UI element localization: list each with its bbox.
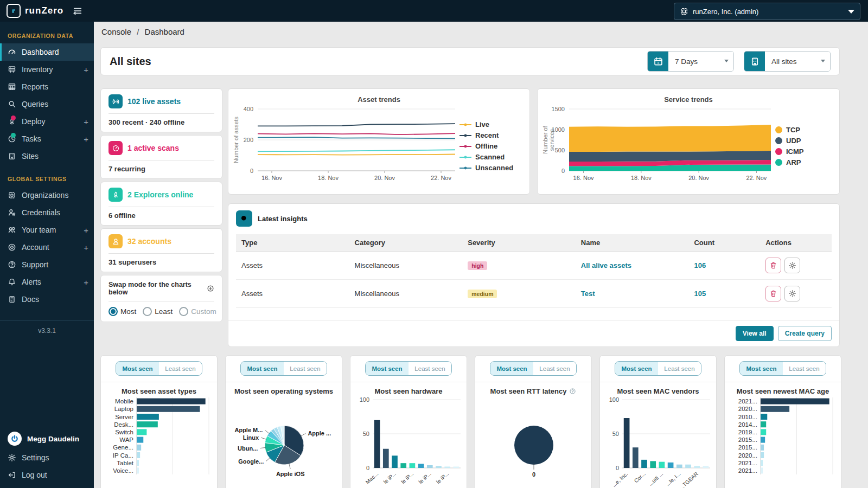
insight-count-link[interactable]: 106 — [694, 261, 706, 269]
svg-text:200: 200 — [244, 137, 253, 143]
stat-card-link[interactable]: 32 accounts — [127, 237, 171, 246]
radio-custom[interactable]: Custom — [179, 307, 216, 316]
stat-card-link[interactable]: 1 active scans — [127, 144, 179, 152]
tab-most-seen[interactable]: Most seen — [740, 362, 783, 375]
svg-text:2014...: 2014... — [738, 421, 757, 428]
tab-least-seen[interactable]: Least seen — [159, 362, 202, 375]
tab-most-seen[interactable]: Most seen — [241, 362, 284, 375]
insight-name-link[interactable]: All alive assets — [581, 261, 631, 269]
tab-most-seen[interactable]: Most seen — [116, 362, 159, 375]
radio-most[interactable]: Most — [108, 307, 136, 316]
create-query-button[interactable]: Create query — [778, 326, 832, 341]
plus-icon[interactable]: + — [84, 243, 88, 252]
legend-marker — [775, 159, 782, 166]
svg-text:100: 100 — [360, 396, 369, 403]
sidebar-item-docs[interactable]: Docs — [0, 291, 94, 308]
calendar-button[interactable] — [648, 52, 668, 71]
reports-icon — [8, 82, 16, 91]
tab-most-seen[interactable]: Most seen — [490, 362, 533, 375]
sidebar-item-organizations[interactable]: Organizations — [0, 187, 94, 204]
breadcrumb-dashboard[interactable]: Dashboard — [145, 27, 184, 36]
seen-tabs: Most seenLeast seen — [116, 361, 202, 376]
sidebar-item-logout[interactable]: Log out — [0, 466, 94, 484]
svg-text:Mobile: Mobile — [115, 398, 133, 404]
svg-text:Linux: Linux — [243, 434, 259, 441]
radio-most-input[interactable] — [108, 307, 118, 316]
calendar-icon — [653, 56, 663, 67]
svg-text:2015...: 2015... — [738, 444, 757, 451]
chevron-down-icon — [848, 10, 854, 14]
stat-card-subtitle: 7 recurring — [108, 165, 214, 173]
svg-text:Mac...: Mac... — [365, 471, 380, 485]
configure-button[interactable] — [784, 286, 800, 301]
sidebar-item-deploy[interactable]: Deploy+ — [0, 113, 94, 130]
sidebar-item-sites[interactable]: Sites — [0, 147, 94, 165]
legend-item-tcp: TCP — [775, 126, 804, 134]
sidebar-collapse-icon[interactable] — [72, 5, 83, 16]
tab-most-seen[interactable]: Most seen — [366, 362, 409, 375]
sidebar-item-reports[interactable]: Reports — [0, 78, 94, 95]
sidebar-item-credentials[interactable]: Credentials — [0, 204, 94, 221]
svg-text:Voice...: Voice... — [113, 467, 133, 474]
runzero-logo[interactable]: runZero — [0, 4, 63, 18]
sidebar-item-your-team[interactable]: Your team+ — [0, 221, 94, 239]
view-all-button[interactable]: View all — [736, 326, 774, 341]
asset-trends-title: Asset trends — [233, 95, 525, 104]
radio-custom-input[interactable] — [179, 307, 188, 316]
delete-button[interactable] — [765, 258, 781, 273]
sidebar-item-dashboard[interactable]: Dashboard — [0, 43, 94, 61]
sidebar-item-label: Docs — [22, 295, 39, 304]
stat-card-link[interactable]: 102 live assets — [127, 97, 181, 106]
insight-count-link[interactable]: 105 — [694, 290, 706, 298]
site-filter-select[interactable]: All sites — [765, 52, 830, 71]
help-icon[interactable] — [569, 388, 576, 395]
svg-text:100: 100 — [609, 396, 619, 403]
sidebar-item-label: Your team — [22, 226, 56, 234]
plus-icon[interactable]: + — [84, 226, 88, 235]
radio-least[interactable]: Least — [143, 307, 173, 316]
sidebar-item-alerts[interactable]: Alerts+ — [0, 273, 94, 291]
info-download-icon[interactable] — [207, 285, 214, 292]
legend-item-arp: ARP — [775, 158, 804, 166]
tab-least-seen[interactable]: Least seen — [284, 362, 327, 375]
breadcrumb-console[interactable]: Console — [101, 27, 131, 36]
svg-text:2021...: 2021... — [738, 398, 757, 404]
insight-name-link[interactable]: Test — [581, 290, 595, 298]
mini-chart-card-hardware: Most seenLeast seenMost seen hardware050… — [350, 355, 467, 488]
tab-least-seen[interactable]: Least seen — [658, 362, 701, 375]
radio-least-input[interactable] — [143, 307, 152, 316]
tab-least-seen[interactable]: Least seen — [533, 362, 576, 375]
plus-icon[interactable]: + — [84, 117, 88, 126]
sidebar-item-tasks[interactable]: Tasks+ — [0, 130, 94, 147]
stat-card-link[interactable]: 2 Explorers online — [127, 190, 193, 199]
sidebar-item-settings[interactable]: Settings — [0, 449, 94, 466]
stat-card-2: 2 Explorers online6 offline — [100, 182, 222, 226]
plus-icon[interactable]: + — [84, 134, 88, 144]
sidebar-item-inventory[interactable]: Inventory+ — [0, 61, 94, 78]
mini-chart-card-mac_age: Most seenLeast seenMost seen newest MAC … — [724, 355, 841, 488]
table-row: AssetsMiscellaneoushighAll alive assets1… — [236, 252, 832, 280]
building-icon — [750, 56, 760, 67]
organization-selector[interactable]: runZero, Inc. (admin) — [674, 3, 860, 20]
svg-text:16. Nov: 16. Nov — [573, 175, 594, 181]
legend-item-live: Live — [459, 120, 513, 129]
time-range-select[interactable]: 7 Days — [668, 52, 733, 71]
sites-filter-button[interactable] — [744, 52, 765, 71]
sidebar-org-nav: DashboardInventory+ReportsQueriesDeploy+… — [0, 43, 94, 165]
asset-trends-legend: LiveRecentOfflineScannedUnscanned — [459, 120, 515, 172]
sidebar-item-queries[interactable]: Queries — [0, 95, 94, 113]
configure-button[interactable] — [784, 258, 800, 273]
plus-icon[interactable]: + — [84, 65, 88, 74]
legend-item-scanned: Scanned — [459, 153, 513, 161]
organizations-icon — [8, 191, 16, 200]
svg-text:400: 400 — [244, 106, 253, 112]
plus-icon[interactable]: + — [84, 278, 88, 287]
delete-button[interactable] — [765, 286, 781, 301]
svg-text:2021...: 2021... — [738, 467, 757, 474]
tab-most-seen[interactable]: Most seen — [615, 362, 658, 375]
tab-least-seen[interactable]: Least seen — [783, 362, 826, 375]
sidebar-item-account[interactable]: Account+ — [0, 239, 94, 256]
sidebar-item-support[interactable]: Support — [0, 256, 94, 273]
tab-least-seen[interactable]: Least seen — [409, 362, 451, 375]
user-menu[interactable]: Megg Daudelin — [0, 428, 94, 449]
